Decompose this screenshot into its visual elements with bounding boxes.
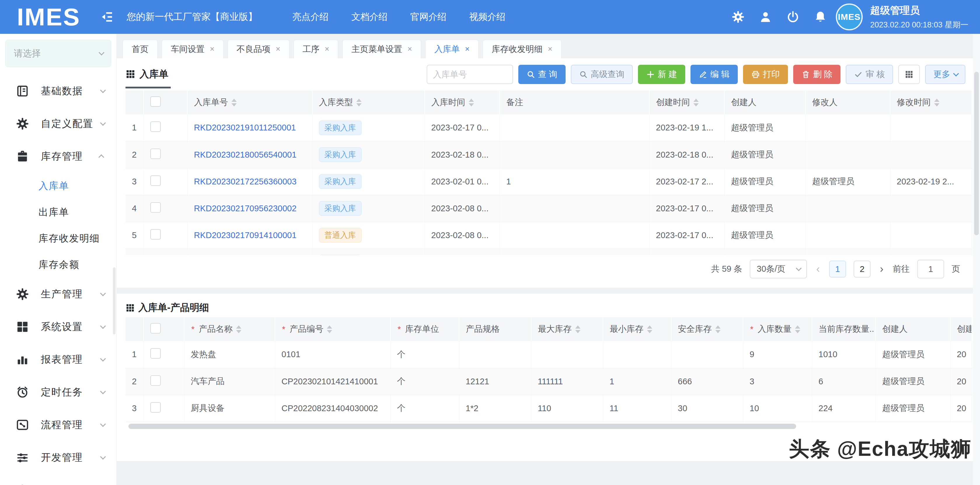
column-settings-button[interactable] (898, 65, 920, 84)
row-checkbox[interactable] (150, 375, 161, 386)
order-link[interactable]: RKD202302180056540001 (194, 150, 297, 159)
gear-icon (16, 288, 29, 301)
tab-workshop-settings[interactable]: 车间设置× (162, 40, 224, 58)
next-page-button[interactable]: › (878, 263, 885, 275)
row-checkbox[interactable] (150, 202, 161, 213)
col-inbound-qty[interactable]: *入库数量 (743, 317, 812, 341)
search-input[interactable] (433, 70, 507, 80)
page-size-select[interactable]: 30条/页 (750, 260, 807, 278)
table-row: 1 发热盘 0101 个 9 1010 超级管理员 20 (126, 341, 972, 368)
col-product-code[interactable]: *产品编号 (275, 317, 390, 341)
delete-button[interactable]: 删 除 (793, 65, 840, 84)
close-icon[interactable]: × (325, 45, 329, 53)
chevron-down-icon (100, 290, 106, 296)
query-button[interactable]: 查 询 (518, 65, 566, 84)
nav-website[interactable]: 官网介绍 (410, 11, 447, 23)
close-icon[interactable]: × (465, 45, 469, 53)
order-link[interactable]: RKD202302170956230002 (194, 204, 297, 213)
sidebar-item-custom-config[interactable]: 自定义配置 (0, 107, 116, 140)
print-button[interactable]: 打印 (743, 65, 788, 84)
table-header-row: 入库单号 入库类型 入库时间 备注 创建时间 创建人 修改人 修改时间 (126, 91, 972, 114)
page-button-1[interactable]: 1 (829, 261, 846, 278)
row-checkbox[interactable] (150, 402, 161, 413)
create-button[interactable]: 新 建 (638, 65, 685, 84)
chevron-down-icon (100, 454, 106, 460)
window-scrollbar[interactable] (973, 34, 980, 485)
close-icon[interactable]: × (276, 45, 280, 53)
horizontal-scrollbar[interactable] (129, 424, 796, 429)
sidebar-item-quality[interactable]: 质量管理 (0, 474, 116, 485)
col-order-type[interactable]: 入库类型 (312, 91, 425, 114)
prev-page-button[interactable]: ‹ (815, 263, 821, 275)
col-current-qty[interactable]: 当前库存数量.. (812, 317, 875, 341)
col-in-time[interactable]: 入库时间 (425, 91, 500, 114)
watermark: 头条 @Echa攻城狮 (789, 436, 972, 463)
tab-home[interactable]: 首页 (123, 40, 158, 58)
close-icon[interactable]: × (210, 45, 215, 53)
order-link[interactable]: RKD202302172256360003 (194, 177, 297, 186)
edit-button[interactable]: 编 辑 (690, 65, 738, 84)
goto-page-input[interactable] (917, 260, 944, 278)
sidebar-select[interactable]: 请选择 (5, 40, 111, 67)
sidebar-item-reports[interactable]: 报表管理 (0, 343, 116, 376)
col-order-no[interactable]: 入库单号 (187, 91, 312, 114)
sidebar-item-stock-ledger[interactable]: 库存收发明细 (0, 225, 116, 251)
select-all-checkbox[interactable] (150, 96, 161, 107)
sidebar-collapse-icon[interactable] (99, 10, 115, 24)
sidebar-item-basic-data[interactable]: 基础数据 (0, 75, 116, 107)
sidebar-item-scheduled-tasks[interactable]: 定时任务 (0, 376, 116, 409)
user-icon[interactable] (759, 10, 772, 24)
sidebar-item-system-settings[interactable]: 系统设置 (0, 310, 116, 343)
chevron-down-icon (100, 87, 106, 93)
advanced-query-button[interactable]: 高级查询 (571, 65, 633, 84)
tab-home-menu-settings[interactable]: 主页菜单设置× (342, 40, 421, 58)
row-checkbox[interactable] (150, 175, 161, 186)
gear-icon[interactable] (731, 10, 745, 24)
table-row: 3 RKD202302172256360003 采购入库 2023-02-01 … (126, 168, 972, 195)
col-create-time[interactable]: 创建时间 (649, 91, 724, 114)
sidebar-item-production[interactable]: 生产管理 (0, 278, 116, 310)
tab-defect-items[interactable]: 不良品项× (228, 40, 290, 58)
more-button[interactable]: 更多 (925, 65, 966, 84)
close-icon[interactable]: × (548, 45, 552, 53)
sidebar-item-inventory[interactable]: 库存管理 (0, 140, 116, 173)
row-checkbox[interactable] (150, 121, 161, 132)
col-safe-stock[interactable]: 安全库存 (671, 317, 743, 341)
nav-docs[interactable]: 文档介绍 (352, 11, 388, 23)
avatar[interactable]: IMES (836, 3, 863, 30)
row-checkbox[interactable] (150, 229, 161, 240)
page-button-2[interactable]: 2 (854, 261, 870, 278)
close-icon[interactable]: × (407, 45, 412, 53)
row-checkbox[interactable] (150, 348, 161, 359)
sidebar-scrollbar[interactable] (113, 267, 116, 334)
sidebar-item-workflow[interactable]: 流程管理 (0, 409, 116, 441)
header-nav: 亮点介绍 文档介绍 官网介绍 视频介绍 (293, 11, 506, 23)
col-min-stock[interactable]: 最小库存 (603, 317, 671, 341)
product-details-table-wrap: *产品名称 *产品编号 *库存单位 产品规格 最大库存 最小库存 安全库存 *入… (117, 317, 973, 422)
col-max-stock[interactable]: 最大库存 (531, 317, 603, 341)
bell-icon[interactable] (814, 10, 827, 24)
sidebar-item-inbound-order[interactable]: 入库单 (0, 173, 116, 199)
sort-icons (647, 325, 652, 333)
tab-process[interactable]: 工序× (294, 40, 339, 58)
nav-highlights[interactable]: 亮点介绍 (293, 11, 329, 23)
sidebar: 请选择 基础数据 自定义配置 库存管理 入库单 出库单 库存收发明细 库存余额 … (0, 34, 117, 485)
audit-button[interactable]: 审 核 (846, 65, 893, 84)
row-checkbox[interactable] (150, 148, 161, 159)
power-icon[interactable] (786, 10, 800, 24)
order-link[interactable]: RKD202302170914100001 (194, 231, 297, 240)
chevron-down-icon (100, 421, 106, 427)
nav-videos[interactable]: 视频介绍 (469, 11, 506, 23)
chevron-down-icon (99, 49, 105, 56)
select-all-checkbox[interactable] (150, 323, 161, 334)
sidebar-item-development[interactable]: 开发管理 (0, 441, 116, 474)
table-row-partial: 6 普通入库 (126, 249, 972, 255)
col-product-name[interactable]: *产品名称 (184, 317, 275, 341)
sidebar-item-outbound-order[interactable]: 出库单 (0, 199, 116, 225)
tab-stock-ledger[interactable]: 库存收发明细× (483, 40, 562, 58)
sidebar-item-stock-balance[interactable]: 库存余额 (0, 251, 116, 278)
col-modify-time[interactable]: 修改时间 (890, 91, 972, 114)
tab-inbound-order[interactable]: 入库单× (425, 40, 479, 58)
order-link[interactable]: RKD202302191011250001 (194, 123, 296, 132)
grid-icon (16, 320, 29, 334)
